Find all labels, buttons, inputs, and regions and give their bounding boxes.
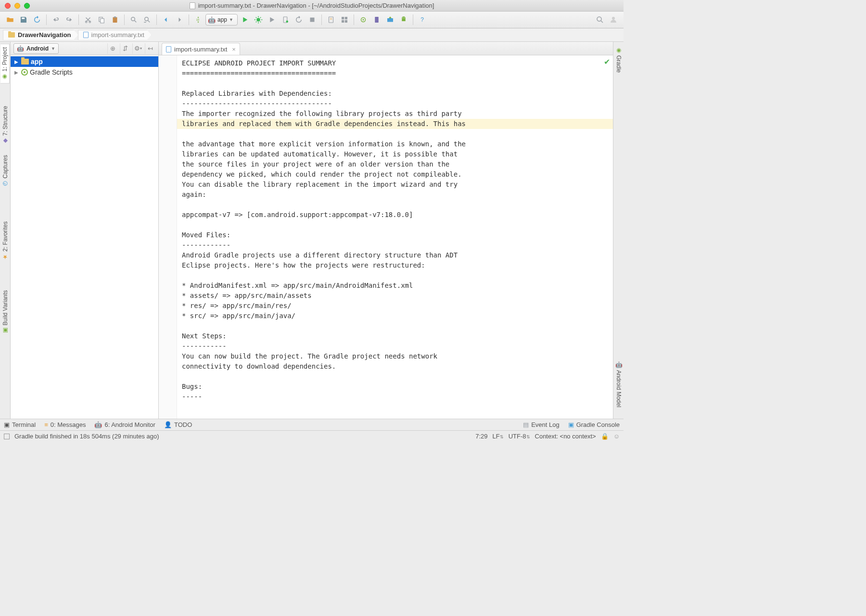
redo-button[interactable] bbox=[63, 13, 76, 26]
user-button[interactable] bbox=[607, 13, 620, 26]
editor-tab-label: import-summary.txt bbox=[174, 46, 227, 53]
close-window-button[interactable] bbox=[5, 3, 11, 9]
svg-rect-16 bbox=[345, 17, 347, 19]
event-log-tool-tab[interactable]: ▤ Event Log bbox=[523, 421, 560, 428]
breadcrumb-file[interactable]: import-summary.txt bbox=[78, 30, 152, 40]
find-button[interactable] bbox=[127, 13, 140, 26]
sync-gradle-button[interactable] bbox=[357, 13, 369, 26]
help-button[interactable]: ? bbox=[416, 13, 429, 26]
save-all-button[interactable] bbox=[17, 13, 30, 26]
collapse-all-button[interactable]: ⇵ bbox=[120, 43, 130, 54]
svg-point-12 bbox=[286, 21, 288, 23]
project-structure-button[interactable] bbox=[338, 13, 351, 26]
debug-button[interactable] bbox=[252, 13, 265, 26]
terminal-icon: ▣ bbox=[4, 421, 10, 428]
messages-icon: ≡ bbox=[44, 421, 48, 428]
svg-rect-4 bbox=[101, 19, 104, 23]
device-monitor-button[interactable] bbox=[370, 13, 383, 26]
svg-text:?: ? bbox=[420, 16, 424, 23]
encoding-selector[interactable]: UTF-8⇅ bbox=[509, 433, 530, 440]
android-model-tool-tab[interactable]: 🤖 Android Model bbox=[614, 358, 623, 410]
svg-point-23 bbox=[403, 18, 404, 19]
todo-icon: 👤 bbox=[164, 421, 172, 428]
status-indicator-icon[interactable] bbox=[4, 434, 10, 439]
run-coverage-button[interactable] bbox=[266, 13, 278, 26]
search-everywhere-button[interactable] bbox=[594, 13, 606, 26]
svg-rect-21 bbox=[375, 17, 379, 23]
captures-icon: ◷ bbox=[2, 180, 9, 187]
svg-rect-13 bbox=[310, 18, 314, 22]
paste-button[interactable] bbox=[109, 13, 121, 26]
file-icon bbox=[166, 46, 171, 52]
sdk-manager-button[interactable] bbox=[384, 13, 396, 26]
window-controls bbox=[0, 3, 30, 9]
close-tab-icon[interactable]: × bbox=[230, 46, 236, 53]
avd-manager-button[interactable] bbox=[325, 13, 337, 26]
breadcrumb-root[interactable]: DrawerNavigation bbox=[3, 30, 78, 40]
favorites-tool-tab[interactable]: ★ 2: Favorites bbox=[1, 218, 10, 263]
undo-button[interactable] bbox=[50, 13, 62, 26]
attach-debugger-button[interactable] bbox=[279, 13, 292, 26]
project-view-selector[interactable]: 🤖 Android ▼ bbox=[13, 43, 59, 54]
svg-point-27 bbox=[612, 17, 615, 20]
scroll-from-source-button[interactable]: ⊕ bbox=[107, 43, 118, 54]
project-tool-tab[interactable]: ◉ 1: Project bbox=[0, 44, 10, 84]
svg-point-26 bbox=[597, 17, 601, 21]
gradle-console-tool-tab[interactable]: ▣ Gradle Console bbox=[568, 421, 620, 428]
svg-point-8 bbox=[145, 17, 149, 21]
ide-status-icon[interactable]: ☺ bbox=[613, 433, 620, 440]
hide-button[interactable]: ↤ bbox=[145, 43, 155, 54]
captures-tool-tab[interactable]: ◷ Captures bbox=[1, 152, 10, 190]
copy-button[interactable] bbox=[95, 13, 108, 26]
context-selector[interactable]: Context: <no context> bbox=[535, 433, 596, 440]
editor-text-content[interactable]: ECLIPSE ANDROID PROJECT IMPORT SUMMARY =… bbox=[159, 55, 613, 405]
svg-rect-22 bbox=[387, 18, 393, 22]
run-configuration-label: app bbox=[217, 16, 227, 23]
messages-tool-tab[interactable]: ≡ 0: Messages bbox=[44, 421, 86, 428]
sync-button[interactable] bbox=[31, 13, 43, 26]
project-view-label: Android bbox=[26, 45, 49, 52]
structure-tool-tab[interactable]: ◆ 7: Structure bbox=[1, 103, 10, 147]
tree-item-label: Gradle Scripts bbox=[30, 68, 73, 76]
open-button[interactable] bbox=[4, 13, 16, 26]
file-icon bbox=[83, 32, 89, 38]
svg-rect-5 bbox=[113, 17, 117, 23]
settings-button[interactable]: ⚙▾ bbox=[132, 43, 143, 54]
android-monitor-tool-tab[interactable]: 🤖 6: Android Monitor bbox=[94, 421, 155, 428]
editor-body[interactable]: ✔ ECLIPSE ANDROID PROJECT IMPORT SUMMARY… bbox=[159, 55, 613, 419]
svg-rect-14 bbox=[329, 17, 333, 23]
cut-button[interactable] bbox=[82, 13, 94, 26]
zoom-window-button[interactable] bbox=[24, 3, 30, 9]
forward-button[interactable] bbox=[173, 13, 186, 26]
cursor-position[interactable]: 7:29 bbox=[475, 433, 487, 440]
android-device-button[interactable] bbox=[397, 13, 410, 26]
replace-button[interactable] bbox=[141, 13, 153, 26]
run-configuration-selector[interactable]: 🤖 app ▼ bbox=[205, 14, 238, 26]
minimize-window-button[interactable] bbox=[14, 3, 20, 9]
expand-arrow-icon[interactable] bbox=[14, 70, 19, 75]
todo-tool-tab[interactable]: 👤 TODO bbox=[164, 421, 192, 428]
rerun-button[interactable] bbox=[293, 13, 305, 26]
line-separator-selector[interactable]: LF⇅ bbox=[493, 433, 504, 440]
lock-icon[interactable]: 🔒 bbox=[601, 433, 609, 440]
main-toolbar: 10 🤖 app ▼ ? bbox=[0, 12, 624, 28]
build-variants-tool-tab[interactable]: ▣ Build Variants bbox=[1, 287, 10, 337]
svg-rect-17 bbox=[342, 20, 344, 23]
run-button[interactable] bbox=[239, 13, 251, 26]
stop-button[interactable] bbox=[306, 13, 318, 26]
project-tree[interactable]: app Gradle Scripts bbox=[11, 55, 158, 419]
gradle-tool-tab[interactable]: ◉ Gradle bbox=[614, 44, 623, 76]
make-button[interactable]: 10 bbox=[192, 13, 204, 26]
breadcrumb-file-label: import-summary.txt bbox=[91, 31, 144, 38]
expand-arrow-icon[interactable] bbox=[14, 59, 19, 64]
folder-icon bbox=[8, 32, 15, 38]
tree-item-gradle-scripts[interactable]: Gradle Scripts bbox=[11, 67, 158, 77]
editor-tab-import-summary[interactable]: import-summary.txt × bbox=[162, 43, 240, 55]
tree-item-app[interactable]: app bbox=[11, 56, 158, 67]
back-button[interactable] bbox=[160, 13, 172, 26]
terminal-tool-tab[interactable]: ▣ Terminal bbox=[4, 421, 36, 428]
analysis-ok-icon: ✔ bbox=[604, 57, 610, 66]
tree-item-label: app bbox=[31, 58, 43, 65]
status-bar: Gradle build finished in 18s 504ms (29 m… bbox=[0, 430, 624, 442]
svg-point-10 bbox=[256, 18, 260, 22]
